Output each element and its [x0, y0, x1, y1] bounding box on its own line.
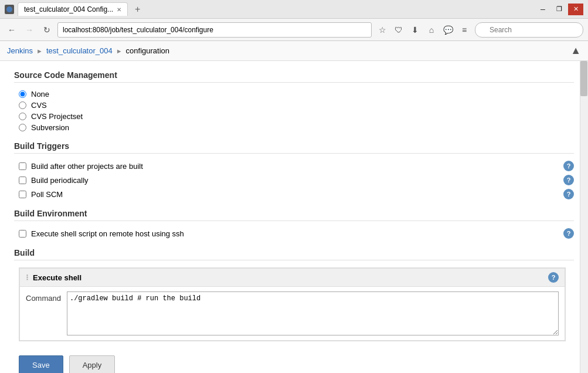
trigger-after-other-help-icon[interactable]: ?: [563, 161, 574, 171]
scm-radio-cvs[interactable]: [19, 101, 26, 109]
scrollbar-track[interactable]: [580, 61, 588, 373]
minimize-button[interactable]: ─: [535, 4, 550, 15]
chat-icon[interactable]: 💬: [441, 23, 455, 37]
search-wrapper: 🔍: [475, 22, 583, 38]
build-environment-checkboxes: Execute shell script on remote host usin…: [14, 228, 574, 239]
collapse-arrow-icon[interactable]: ▲: [570, 45, 581, 57]
scm-option-cvs[interactable]: CVS: [19, 101, 574, 110]
save-button[interactable]: Save: [19, 355, 63, 373]
trigger-poll-scm-checkbox[interactable]: [19, 191, 26, 198]
breadcrumb: Jenkins ► test_culculator_004 ► configur…: [0, 41, 588, 61]
env-execute-shell-help-icon[interactable]: ?: [563, 228, 574, 239]
trigger-poll-scm: Poll SCM ?: [14, 189, 574, 199]
reload-button[interactable]: ↻: [40, 23, 54, 37]
trigger-after-other: Build after other projects are built ?: [14, 161, 574, 171]
home-icon[interactable]: ⌂: [424, 23, 439, 37]
env-execute-shell-checkbox[interactable]: [19, 230, 26, 238]
search-input[interactable]: [475, 22, 583, 38]
source-code-management-title: Source Code Management: [14, 70, 574, 83]
tab-close-icon[interactable]: ✕: [117, 6, 121, 13]
execute-shell-help-icon[interactable]: ?: [548, 272, 559, 283]
env-execute-shell-label: Execute shell script on remote host usin…: [31, 229, 184, 238]
browser-tab[interactable]: test_culculator_004 Config... ✕: [18, 2, 128, 16]
scm-radio-none[interactable]: [19, 90, 26, 98]
build-triggers-checkboxes: Build after other projects are built ? B…: [14, 161, 574, 199]
new-tab-button[interactable]: +: [131, 4, 144, 15]
drag-handle-icon[interactable]: ⁝: [26, 273, 28, 282]
build-triggers-section: Build Triggers Build after other project…: [14, 141, 574, 199]
restore-button[interactable]: ❐: [552, 4, 567, 15]
back-button[interactable]: ←: [5, 23, 19, 37]
command-row: Command ./gradlew build # run the build: [19, 287, 565, 341]
scm-label-subversion: Subversion: [31, 123, 69, 132]
build-environment-title: Build Environment: [14, 209, 574, 221]
execute-shell-label: Execute shell: [33, 273, 81, 282]
scm-option-subversion[interactable]: Subversion: [19, 123, 574, 132]
env-execute-shell: Execute shell script on remote host usin…: [14, 228, 574, 239]
scm-radio-group: None CVS CVS Projectset Subversion: [14, 90, 574, 132]
browser-favicon: [5, 5, 14, 14]
breadcrumb-jenkins[interactable]: Jenkins: [7, 46, 33, 55]
scm-radio-cvs-projectset[interactable]: [19, 113, 26, 120]
trigger-periodically-checkbox[interactable]: [19, 177, 26, 184]
close-button[interactable]: ✕: [568, 4, 583, 15]
command-textarea[interactable]: ./gradlew build # run the build: [67, 291, 559, 335]
execute-shell-header: ⁝ Execute shell ?: [19, 268, 565, 287]
toolbar-icons: ☆ 🛡 ⬇ ⌂ 💬 ≡: [375, 23, 471, 37]
trigger-periodically-help-icon[interactable]: ?: [563, 175, 574, 185]
trigger-poll-scm-help-icon[interactable]: ?: [563, 189, 574, 199]
build-section: Build ⁝ Execute shell ? Command ./gradle…: [14, 248, 574, 373]
scm-label-cvs-projectset: CVS Projectset: [31, 112, 83, 121]
trigger-after-other-label: Build after other projects are built: [31, 162, 143, 171]
address-bar[interactable]: localhost:8080/job/test_culculator_004/c…: [57, 22, 372, 38]
scm-option-none[interactable]: None: [19, 90, 574, 99]
button-row: Save Apply: [14, 348, 574, 373]
scm-label-cvs: CVS: [31, 101, 47, 110]
bookmark-icon[interactable]: ☆: [375, 23, 389, 37]
build-environment-section: Build Environment Execute shell script o…: [14, 209, 574, 239]
browser-titlebar: test_culculator_004 Config... ✕ + ─ ❐ ✕: [0, 0, 588, 19]
scrollbar-thumb[interactable]: [580, 61, 587, 96]
download-icon[interactable]: ⬇: [408, 23, 422, 37]
trigger-periodically: Build periodically ?: [14, 175, 574, 185]
url-text: localhost:8080/job/test_culculator_004/c…: [63, 26, 213, 34]
source-code-management-section: Source Code Management None CVS CVS Proj…: [14, 70, 574, 132]
scm-label-none: None: [31, 90, 49, 99]
execute-shell-block: ⁝ Execute shell ? Command ./gradlew buil…: [19, 267, 566, 341]
breadcrumb-job[interactable]: test_culculator_004: [46, 46, 113, 55]
breadcrumb-sep-2: ►: [116, 48, 123, 55]
trigger-poll-scm-label: Poll SCM: [31, 190, 63, 199]
trigger-after-other-checkbox[interactable]: [19, 162, 26, 170]
window-controls: ─ ❐ ✕: [535, 4, 583, 15]
tab-title: test_culculator_004 Config...: [24, 5, 113, 13]
breadcrumb-page: configuration: [126, 46, 169, 55]
browser-toolbar: ← → ↻ localhost:8080/job/test_culculator…: [0, 19, 588, 41]
build-triggers-title: Build Triggers: [14, 141, 574, 154]
scm-option-cvs-projectset[interactable]: CVS Projectset: [19, 112, 574, 121]
menu-icon[interactable]: ≡: [457, 23, 471, 37]
trigger-periodically-label: Build periodically: [31, 176, 89, 185]
build-title: Build: [14, 248, 574, 260]
forward-button[interactable]: →: [22, 23, 36, 37]
svg-point-0: [6, 6, 12, 12]
breadcrumb-sep-1: ►: [36, 48, 43, 55]
shield-icon[interactable]: 🛡: [392, 23, 406, 37]
apply-button[interactable]: Apply: [69, 355, 115, 373]
command-label: Command: [26, 291, 61, 303]
scm-radio-subversion[interactable]: [19, 124, 26, 131]
main-content: Source Code Management None CVS CVS Proj…: [0, 61, 588, 373]
